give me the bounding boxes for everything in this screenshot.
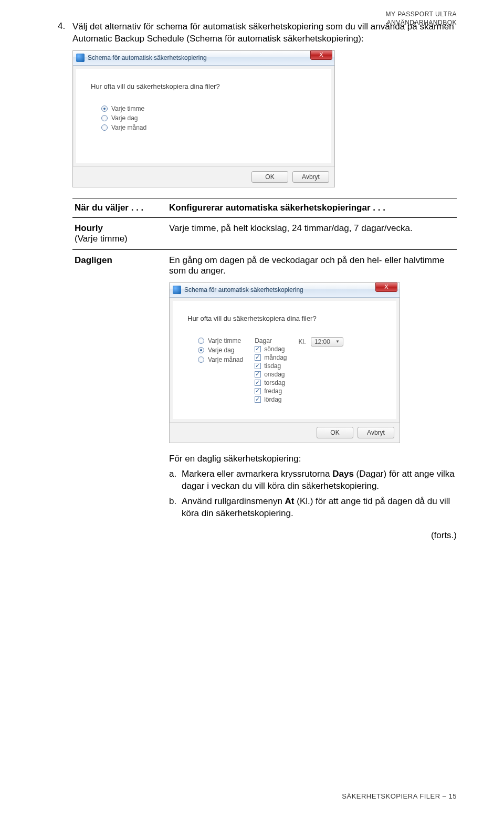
cancel-button[interactable]: Avbryt [292, 171, 329, 183]
radio-option-daily[interactable]: Varje dag [198, 347, 243, 354]
day-label: onsdag [264, 371, 285, 378]
dialog1-question: Hur ofta vill du säkerhetskopiera dina f… [91, 82, 319, 90]
radio-label: Varje månad [208, 356, 243, 363]
day-checkbox-tuesday[interactable]: tisdag [255, 362, 287, 370]
day-checkbox-saturday[interactable]: lördag [255, 396, 287, 403]
day-checkbox-wednesday[interactable]: onsdag [255, 371, 287, 378]
radio-label: Varje dag [111, 114, 138, 122]
cell-sub: (Varje timme) [75, 234, 128, 244]
close-button[interactable]: X [375, 282, 397, 292]
header-line1: MY PASSPORT ULTRA [386, 11, 457, 19]
step-text: Välj det alternativ för schema för autom… [72, 21, 457, 45]
day-label: lördag [264, 396, 281, 403]
substep-letter: b. [169, 496, 176, 508]
dialog1-title: Schema för automatisk säkerhetskopiering [88, 54, 331, 61]
dialog-schedule-daily: Schema för automatisk säkerhetskopiering… [169, 282, 400, 443]
close-icon: X [319, 52, 323, 58]
cancel-button[interactable]: Avbryt [358, 427, 394, 438]
time-label: Kl. [299, 338, 306, 345]
day-checkbox-monday[interactable]: måndag [255, 354, 287, 361]
substep-a: a. Markera eller avmarkera kryssrutorna … [169, 468, 455, 492]
table-cell-daily: Dagligen [72, 249, 167, 528]
radio-option-monthly[interactable]: Varje månad [198, 356, 243, 363]
radio-option-hourly[interactable]: Varje timme [198, 337, 243, 344]
radio-label: Varje timme [208, 337, 241, 344]
checkbox-icon [255, 380, 261, 386]
radio-icon [101, 106, 108, 112]
app-icon [76, 54, 85, 62]
table-header-1: När du väljer . . . [72, 198, 167, 217]
day-checkbox-sunday[interactable]: söndag [255, 345, 287, 353]
radio-icon [198, 338, 204, 344]
radio-icon [198, 356, 204, 363]
day-label: tisdag [264, 362, 281, 370]
radio-icon [101, 124, 108, 131]
checkbox-icon [255, 388, 261, 394]
close-icon: X [384, 284, 388, 290]
checkbox-icon [255, 346, 261, 352]
table-cell-hourly-desc: Varje timme, på helt klockslag, 24 timma… [167, 217, 457, 249]
cell-bold: Dagligen [75, 255, 112, 265]
days-header: Dagar [255, 337, 287, 344]
dialog2-titlebar: Schema för automatisk säkerhetskopiering… [170, 283, 400, 298]
cell-bold: Hourly [75, 223, 103, 233]
time-value: 12:00 [314, 338, 330, 345]
substep-letter: a. [169, 468, 176, 480]
table-cell-hourly: Hourly (Varje timme) [72, 217, 167, 249]
day-label: söndag [264, 345, 285, 353]
radio-label: Varje månad [111, 124, 146, 131]
dialog2-title: Schema för automatisk säkerhetskopiering [184, 286, 396, 293]
radio-label: Varje dag [208, 347, 234, 354]
app-icon [173, 286, 181, 294]
radio-icon [198, 347, 204, 353]
ok-button[interactable]: OK [317, 427, 353, 438]
radio-option-daily[interactable]: Varje dag [101, 114, 319, 122]
chevron-down-icon: ▼ [335, 339, 340, 344]
checkbox-icon [255, 363, 261, 369]
radio-icon [101, 115, 108, 121]
checkbox-icon [255, 354, 261, 361]
day-checkbox-friday[interactable]: fredag [255, 387, 287, 395]
text-run: Använd rullgardinsmenyn [182, 496, 285, 506]
checkbox-icon [255, 396, 261, 403]
checkbox-icon [255, 371, 261, 377]
options-table: När du väljer . . . Konfigurerar automat… [72, 198, 457, 528]
day-label: måndag [264, 354, 287, 361]
continued-label: (forts.) [72, 530, 457, 541]
daily-intro: För en daglig säkerhetskopiering: [169, 454, 455, 464]
close-button[interactable]: X [310, 50, 332, 60]
radio-option-hourly[interactable]: Varje timme [101, 105, 319, 112]
dialog1-titlebar: Schema för automatisk säkerhetskopiering… [73, 51, 334, 66]
dialog-schedule-hourly: Schema för automatisk säkerhetskopiering… [72, 50, 335, 187]
step-number: 4. [58, 21, 65, 32]
table-header-2: Konfigurerar automatiska säkerhetskopier… [167, 198, 457, 217]
bold-term: At [285, 496, 295, 506]
day-label: fredag [264, 387, 282, 395]
table-cell-daily-desc: En gång om dagen på de veckodagar och på… [167, 249, 457, 528]
page-footer: SÄKERHETSKOPIERA FILER – 15 [342, 792, 457, 800]
radio-option-monthly[interactable]: Varje månad [101, 124, 319, 131]
ok-button[interactable]: OK [251, 171, 288, 183]
radio-label: Varje timme [111, 105, 144, 112]
text-run: Markera eller avmarkera kryssrutorna [182, 469, 332, 479]
bold-term: Days [332, 469, 354, 479]
time-dropdown[interactable]: 12:00 ▼ [311, 337, 343, 347]
dialog2-question: Hur ofta vill du säkerhetskopiera dina f… [187, 314, 384, 322]
substep-b: b. Använd rullgardinsmenyn At (Kl.) för … [169, 496, 455, 520]
day-checkbox-thursday[interactable]: torsdag [255, 379, 287, 386]
day-label: torsdag [264, 379, 285, 386]
cell-desc-text: En gång om dagen på de veckodagar och på… [169, 255, 445, 276]
